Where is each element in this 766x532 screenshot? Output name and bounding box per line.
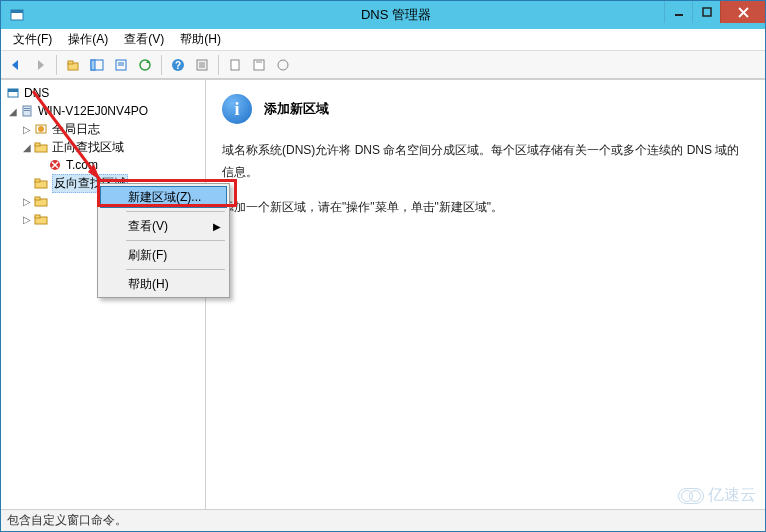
help-button[interactable]: ?	[167, 54, 189, 76]
content-pane: i 添加新区域 域名称系统(DNS)允许将 DNS 命名空间分成区域。每个区域存…	[206, 80, 765, 509]
window-title: DNS 管理器	[27, 6, 765, 24]
ctx-label: 帮助(H)	[128, 276, 169, 293]
toolbar-separator	[161, 55, 162, 75]
status-text: 包含自定义窗口命令。	[7, 512, 127, 529]
ctx-separator	[126, 269, 225, 270]
folder-icon	[33, 175, 49, 191]
menubar: 文件(F) 操作(A) 查看(V) 帮助(H)	[1, 29, 765, 51]
watermark: 亿速云	[678, 485, 756, 506]
svg-rect-3	[703, 8, 711, 16]
svg-rect-23	[231, 60, 239, 70]
tree-label: WIN-V12EJ0NV4PO	[38, 104, 148, 118]
tree-label: T.com	[66, 158, 98, 172]
ctx-label: 查看(V)	[128, 218, 168, 235]
folder-icon	[33, 139, 49, 155]
dns-icon	[5, 85, 21, 101]
up-button[interactable]	[62, 54, 84, 76]
log-icon	[33, 121, 49, 137]
content-body-2: 添加一个新区域，请在"操作"菜单，单击"新建区域"。	[222, 197, 749, 219]
tree-label: 正向查找区域	[52, 139, 124, 156]
svg-rect-28	[8, 89, 18, 92]
statusbar: 包含自定义窗口命令。	[1, 509, 765, 531]
watermark-icon	[678, 488, 704, 504]
svg-rect-11	[91, 60, 95, 70]
toolbar: ?	[1, 51, 765, 79]
ctx-separator	[126, 240, 225, 241]
ctx-view[interactable]: 查看(V) ▶	[100, 215, 227, 237]
action-button[interactable]	[272, 54, 294, 76]
toolbar-separator	[56, 55, 57, 75]
expand-icon[interactable]: ▷	[21, 214, 33, 225]
content-title: 添加新区域	[264, 100, 329, 118]
svg-rect-35	[35, 143, 40, 146]
export-button[interactable]	[110, 54, 132, 76]
content-body-1: 域名称系统(DNS)允许将 DNS 命名空间分成区域。每个区域存储有关一个或多个…	[222, 140, 749, 183]
info-icon: i	[222, 94, 252, 124]
ctx-separator	[126, 211, 225, 212]
expand-icon[interactable]: ▷	[21, 196, 33, 207]
svg-rect-1	[11, 10, 23, 13]
tree-label: 全局日志	[52, 121, 100, 138]
ctx-refresh[interactable]: 刷新(F)	[100, 244, 227, 266]
tree-label: DNS	[24, 86, 49, 100]
properties-button[interactable]	[191, 54, 213, 76]
new-window-button[interactable]	[224, 54, 246, 76]
filter-button[interactable]	[248, 54, 270, 76]
app-icon	[7, 5, 27, 25]
tree-forward-zone[interactable]: ◢ 正向查找区域	[1, 138, 205, 156]
folder-icon	[33, 193, 49, 209]
tree-root-dns[interactable]: DNS	[1, 84, 205, 102]
collapse-icon[interactable]: ◢	[21, 142, 33, 153]
menu-help[interactable]: 帮助(H)	[172, 29, 229, 50]
server-icon	[19, 103, 35, 119]
error-icon	[47, 157, 63, 173]
titlebar: DNS 管理器	[1, 1, 765, 29]
svg-marker-7	[38, 60, 44, 70]
svg-text:?: ?	[175, 60, 181, 71]
collapse-icon[interactable]: ◢	[7, 106, 19, 117]
expand-icon[interactable]: ▷	[21, 124, 33, 135]
svg-rect-9	[68, 61, 73, 64]
ctx-help[interactable]: 帮助(H)	[100, 273, 227, 295]
back-button[interactable]	[5, 54, 27, 76]
tree-server[interactable]: ◢ WIN-V12EJ0NV4PO	[1, 102, 205, 120]
forward-button[interactable]	[29, 54, 51, 76]
svg-point-26	[278, 60, 288, 70]
submenu-arrow-icon: ▶	[213, 221, 221, 232]
svg-point-33	[38, 126, 44, 132]
ctx-label: 刷新(F)	[128, 247, 167, 264]
maximize-button[interactable]	[692, 1, 720, 23]
menu-view[interactable]: 查看(V)	[116, 29, 172, 50]
svg-rect-40	[35, 179, 40, 182]
close-button[interactable]	[720, 1, 765, 23]
context-menu: 新建区域(Z)... 查看(V) ▶ 刷新(F) 帮助(H)	[97, 183, 230, 298]
folder-icon	[33, 211, 49, 227]
minimize-button[interactable]	[664, 1, 692, 23]
refresh-button[interactable]	[134, 54, 156, 76]
tree-global-log[interactable]: ▷ 全局日志	[1, 120, 205, 138]
svg-marker-6	[12, 60, 18, 70]
svg-rect-30	[24, 108, 30, 109]
toolbar-separator	[218, 55, 219, 75]
menu-action[interactable]: 操作(A)	[60, 29, 116, 50]
ctx-label: 新建区域(Z)...	[128, 189, 201, 206]
ctx-new-zone[interactable]: 新建区域(Z)...	[100, 186, 227, 208]
watermark-text: 亿速云	[708, 485, 756, 506]
svg-rect-31	[24, 110, 30, 111]
tree-zone-tcom[interactable]: T.com	[1, 156, 205, 174]
show-hide-tree-button[interactable]	[86, 54, 108, 76]
svg-rect-42	[35, 197, 40, 200]
menu-file[interactable]: 文件(F)	[5, 29, 60, 50]
svg-rect-44	[35, 215, 40, 218]
